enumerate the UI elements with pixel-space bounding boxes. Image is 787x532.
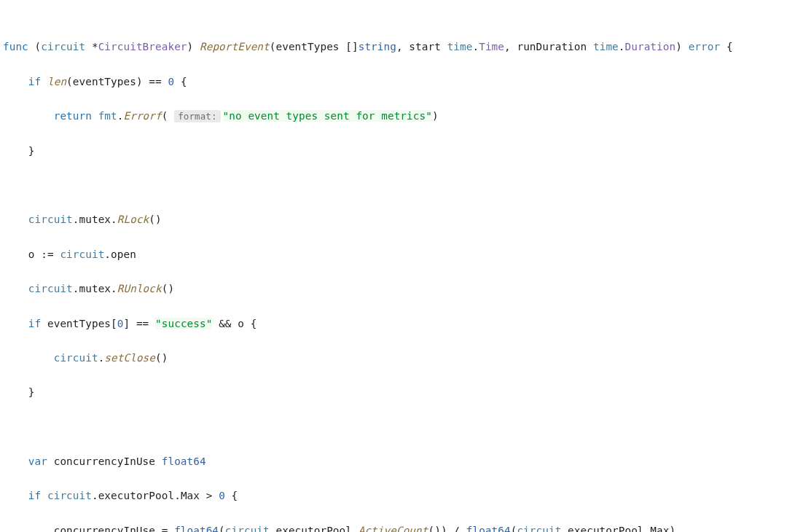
code-line[interactable]: circuit.setClose() [3,350,787,367]
code-content[interactable]: func (circuit *CircuitBreaker) ReportEve… [3,4,787,532]
code-line[interactable]: if len(eventTypes) == 0 { [3,74,787,91]
code-line[interactable]: if circuit.executorPool.Max > 0 { [3,488,787,505]
code-line[interactable]: func (circuit *CircuitBreaker) ReportEve… [3,39,787,56]
code-line[interactable]: } [3,384,787,402]
code-line[interactable]: concurrencyInUse = float64(circuit.execu… [3,523,787,532]
code-editor[interactable]: func (circuit *CircuitBreaker) ReportEve… [0,0,787,532]
code-line[interactable] [3,419,787,437]
code-line[interactable] [3,177,787,195]
code-line[interactable]: return fmt.Errorf( format:"no event type… [3,108,787,125]
code-line[interactable]: circuit.mutex.RUnlock() [3,281,787,298]
code-line[interactable]: if eventTypes[0] == "success" && o { [3,316,787,333]
code-line[interactable]: } [3,143,787,160]
code-line[interactable]: o := circuit.open [3,246,787,264]
code-line[interactable]: var concurrencyInUse float64 [3,453,787,471]
inlay-hint: format: [174,110,220,122]
code-line[interactable]: circuit.mutex.RLock() [3,211,787,229]
